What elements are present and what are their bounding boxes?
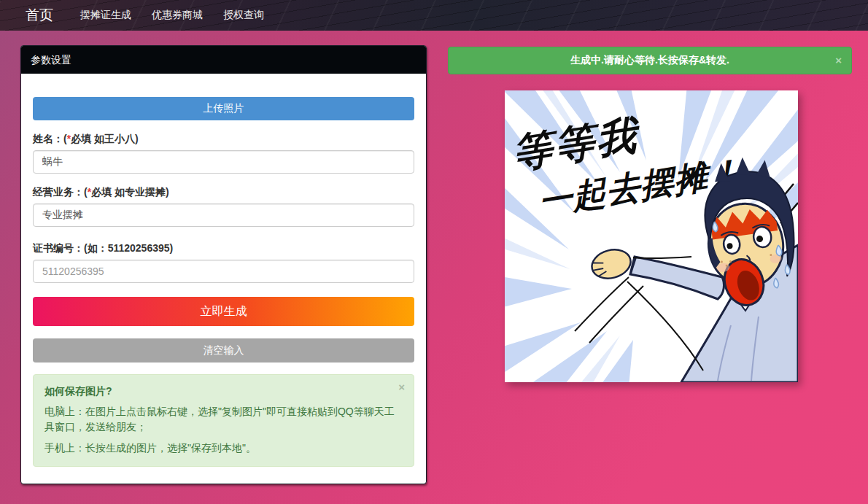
save-help-line-mobile: 手机上：长按生成的图片，选择"保存到本地"。 xyxy=(44,441,403,456)
clear-input-button[interactable]: 清空输入 xyxy=(33,338,414,363)
business-input[interactable] xyxy=(33,203,414,227)
nav-item-stall-cert-generator[interactable]: 摆摊证生成 xyxy=(80,9,131,22)
generated-meme-image[interactable]: 等等我 一起去摆摊！ xyxy=(505,90,798,382)
save-help-alert: × 如何保存图片? 电脑上：在图片上点击鼠标右键，选择"复制图片"即可直接粘贴到… xyxy=(33,374,414,467)
business-label: 经营业务：(*必填 如专业摆摊) xyxy=(33,185,414,199)
save-help-line-pc: 电脑上：在图片上点击鼠标右键，选择"复制图片"即可直接粘贴到QQ等聊天工具窗口，… xyxy=(44,404,403,435)
meme-illustration: 等等我 一起去摆摊！ xyxy=(505,90,798,382)
generating-alert-text: 生成中.请耐心等待.长按保存&转发. xyxy=(570,54,729,67)
cert-number-label: 证书编号：(如：51120256395) xyxy=(33,241,414,255)
generate-button[interactable]: 立即生成 xyxy=(33,297,414,326)
top-nav: 首页 摆摊证生成 优惠券商城 授权查询 xyxy=(0,0,868,31)
upload-photo-button[interactable]: 上传照片 xyxy=(33,97,414,120)
cert-number-input[interactable] xyxy=(33,260,414,283)
nav-item-auth-query[interactable]: 授权查询 xyxy=(223,9,264,22)
panel-body: 上传照片 姓名：(*必填 如王小八) 经营业务：(*必填 如专业摆摊) 证书编号… xyxy=(21,74,426,478)
close-icon[interactable]: × xyxy=(835,55,842,66)
name-label: 姓名：(*必填 如王小八) xyxy=(33,131,414,146)
save-help-title: 如何保存图片? xyxy=(44,385,403,398)
settings-panel: 参数设置 上传照片 姓名：(*必填 如王小八) 经营业务：(*必填 如专业摆摊)… xyxy=(20,45,427,484)
generating-alert: 生成中.请耐心等待.长按保存&转发. × xyxy=(448,47,852,74)
close-icon[interactable]: × xyxy=(398,381,405,392)
name-input[interactable] xyxy=(33,150,414,174)
panel-title: 参数设置 xyxy=(21,46,426,74)
nav-item-home[interactable]: 首页 xyxy=(26,6,53,25)
nav-item-coupon-mall[interactable]: 优惠券商城 xyxy=(152,9,203,22)
